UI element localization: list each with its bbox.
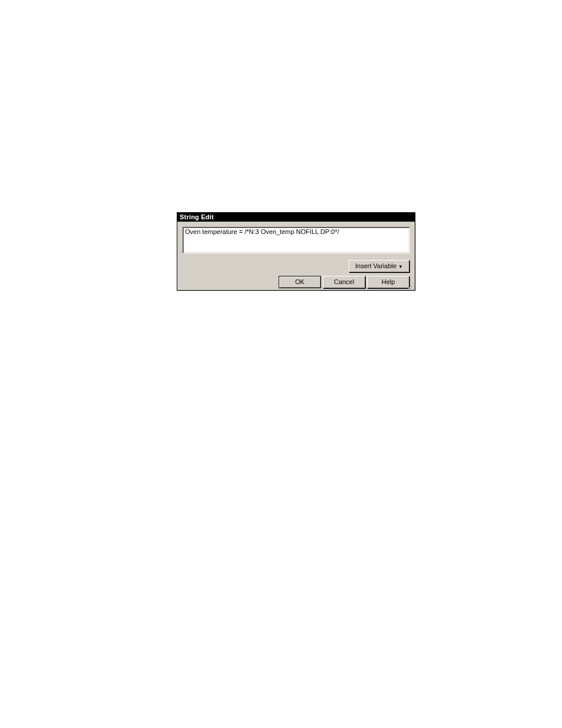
resize-grip[interactable] [406, 282, 414, 289]
dialog-title: String Edit [180, 213, 214, 220]
dialog-titlebar[interactable]: String Edit [177, 213, 415, 222]
svg-line-4 [413, 288, 414, 289]
dialog-button-row: OK Cancel Help [183, 276, 409, 288]
dialog-content: Insert Variable ▼ OK Cancel Help [177, 222, 415, 288]
chevron-down-icon: ▼ [398, 265, 403, 269]
svg-line-0 [408, 284, 414, 289]
insert-variable-row: Insert Variable ▼ [183, 260, 409, 272]
insert-variable-button[interactable]: Insert Variable ▼ [349, 260, 409, 272]
help-button[interactable]: Help [367, 276, 409, 288]
cancel-button[interactable]: Cancel [323, 276, 365, 288]
string-edit-textarea[interactable] [183, 227, 410, 253]
ok-button[interactable]: OK [279, 276, 321, 288]
string-edit-dialog: String Edit Insert Variable ▼ OK Cancel … [177, 212, 415, 291]
insert-variable-label: Insert Variable [355, 261, 396, 272]
